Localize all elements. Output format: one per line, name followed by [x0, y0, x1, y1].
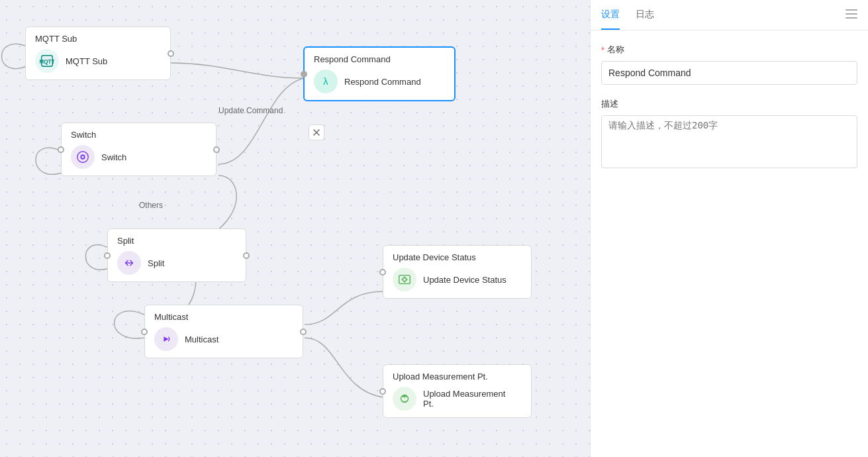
node-update-device-status-icon: [393, 268, 416, 291]
node-split[interactable]: Split Split: [107, 228, 246, 282]
node-switch-icon: [71, 145, 95, 169]
node-update-device-status[interactable]: Update Device Status Update Device Statu…: [383, 245, 532, 299]
tab-logs[interactable]: 日志: [636, 1, 654, 30]
svg-text:MQTT: MQTT: [40, 59, 54, 65]
node-multicast-label: Multicast: [185, 334, 218, 344]
node-update-device-status-title: Update Device Status: [393, 252, 522, 262]
tab-settings[interactable]: 设置: [601, 1, 620, 30]
name-input[interactable]: [601, 61, 857, 85]
node-mqtt-sub-label: MQTT Sub: [66, 56, 107, 66]
port-upload-measurement-left[interactable]: [379, 388, 386, 395]
node-split-label: Split: [148, 258, 164, 268]
desc-textarea[interactable]: [601, 115, 857, 168]
node-upload-measurement[interactable]: Upload Measurement Pt. Upload Measuremen…: [383, 364, 532, 418]
node-respond-command-title: Respond Command: [314, 54, 445, 64]
node-multicast-icon: [154, 327, 178, 351]
form-group-desc: 描述: [601, 98, 857, 171]
node-upload-measurement-label: Upload Measurement Pt.: [423, 389, 509, 409]
form-label-name: * 名称: [601, 44, 857, 56]
right-panel: 设置 日志 * 名称 描述: [590, 0, 868, 457]
node-update-device-status-label: Update Device Status: [423, 275, 506, 285]
port-respond-command-left[interactable]: [301, 71, 307, 77]
node-multicast-title: Multicast: [154, 312, 293, 322]
port-multicast-right[interactable]: [300, 329, 307, 335]
panel-menu-icon[interactable]: [845, 8, 857, 23]
node-mqtt-sub-icon: MQTT: [35, 49, 59, 73]
form-label-desc: 描述: [601, 98, 857, 110]
svg-text:λ: λ: [323, 76, 328, 87]
edge-delete-button[interactable]: [309, 125, 324, 140]
port-update-device-status-left[interactable]: [379, 269, 386, 276]
node-split-icon: [117, 251, 141, 275]
edge-label-others: Others: [139, 201, 163, 210]
node-multicast[interactable]: Multicast Multicast: [144, 305, 303, 358]
panel-body: * 名称 描述: [591, 30, 868, 457]
node-respond-command[interactable]: Respond Command λ Respond Command: [303, 46, 456, 101]
form-group-name: * 名称: [601, 44, 857, 85]
port-split-right[interactable]: [243, 252, 250, 259]
node-upload-measurement-title: Upload Measurement Pt.: [393, 372, 522, 381]
panel-tabs: 设置 日志: [591, 0, 868, 30]
panel-tabs-left: 设置 日志: [601, 1, 654, 30]
node-upload-measurement-icon: [393, 387, 416, 411]
svg-point-5: [81, 156, 84, 158]
node-split-title: Split: [117, 236, 236, 246]
port-switch-right[interactable]: [213, 146, 220, 153]
edge-label-update-command: Update Command: [218, 106, 283, 115]
port-mqtt-sub-right[interactable]: [168, 50, 174, 57]
node-respond-command-label: Respond Command: [344, 77, 421, 87]
svg-rect-11: [845, 13, 857, 15]
node-switch-label: Switch: [101, 152, 126, 162]
svg-rect-12: [845, 17, 857, 19]
port-split-left[interactable]: [104, 252, 111, 259]
port-switch-left[interactable]: [58, 146, 64, 153]
node-switch[interactable]: Switch Switch: [61, 123, 217, 176]
flow-canvas[interactable]: MQTT Sub MQTT MQTT Sub Update Command Re…: [0, 0, 590, 457]
node-switch-title: Switch: [71, 130, 207, 140]
required-mark: *: [601, 45, 604, 55]
node-respond-command-icon: λ: [314, 70, 338, 93]
node-mqtt-sub-title: MQTT Sub: [35, 34, 161, 44]
port-multicast-left[interactable]: [141, 329, 148, 335]
svg-rect-10: [845, 9, 857, 11]
node-mqtt-sub[interactable]: MQTT Sub MQTT MQTT Sub: [25, 26, 171, 80]
